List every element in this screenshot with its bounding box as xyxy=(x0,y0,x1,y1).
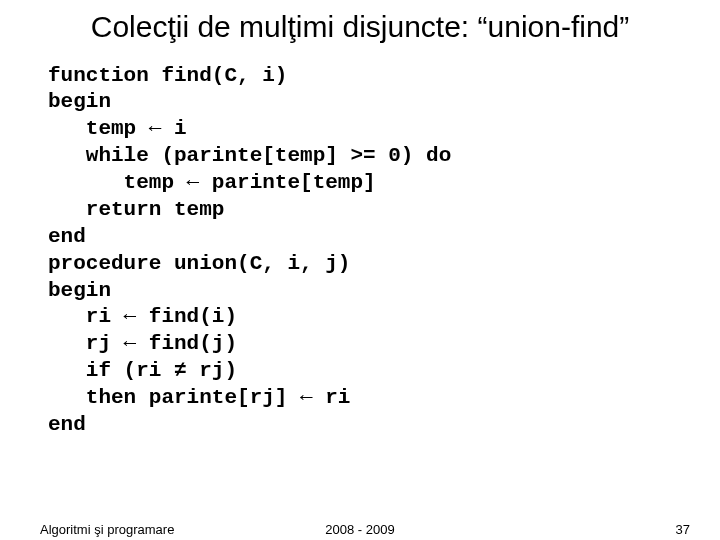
footer-center: 2008 - 2009 xyxy=(0,522,720,537)
code-block: function find(C, i) begin temp ← i while… xyxy=(48,63,680,439)
slide: Colecţii de mulţimi disjuncte: “union-fi… xyxy=(0,0,720,540)
footer-right: 37 xyxy=(676,522,690,537)
slide-title: Colecţii de mulţimi disjuncte: “union-fi… xyxy=(50,10,670,45)
